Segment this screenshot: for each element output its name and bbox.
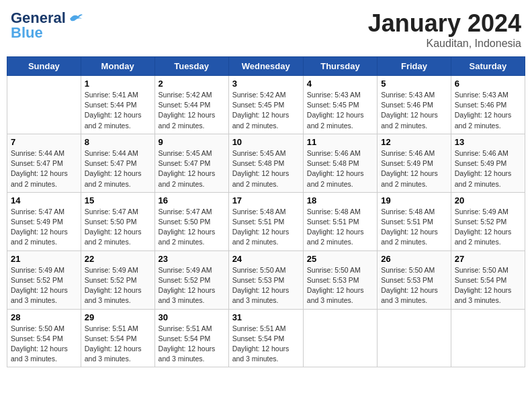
table-row: 1 Sunrise: 5:41 AM Sunset: 5:44 PM Dayli… bbox=[81, 76, 154, 134]
day-number: 6 bbox=[455, 79, 521, 89]
daylight-label: Daylight: 12 hours and 2 minutes. bbox=[381, 111, 438, 129]
header-monday: Monday bbox=[81, 57, 154, 76]
sunset-label: Sunset: 5:45 PM bbox=[232, 101, 285, 109]
day-number: 13 bbox=[455, 137, 521, 147]
day-info: Sunrise: 5:51 AM Sunset: 5:54 PM Dayligh… bbox=[232, 324, 300, 365]
day-info: Sunrise: 5:47 AM Sunset: 5:50 PM Dayligh… bbox=[85, 207, 151, 248]
day-info: Sunrise: 5:45 AM Sunset: 5:47 PM Dayligh… bbox=[159, 148, 225, 189]
table-row: 31 Sunrise: 5:51 AM Sunset: 5:54 PM Dayl… bbox=[228, 309, 303, 367]
day-info: Sunrise: 5:49 AM Sunset: 5:52 PM Dayligh… bbox=[11, 265, 77, 306]
daylight-label: Daylight: 12 hours and 3 minutes. bbox=[159, 286, 216, 304]
daylight-label: Daylight: 12 hours and 2 minutes. bbox=[232, 228, 290, 246]
sunset-label: Sunset: 5:44 PM bbox=[159, 101, 211, 109]
daylight-label: Daylight: 12 hours and 2 minutes. bbox=[11, 169, 68, 187]
sunset-label: Sunset: 5:48 PM bbox=[307, 159, 359, 167]
table-row: 14 Sunrise: 5:47 AM Sunset: 5:49 PM Dayl… bbox=[7, 192, 81, 250]
daylight-label: Daylight: 12 hours and 3 minutes. bbox=[232, 345, 290, 363]
day-info: Sunrise: 5:44 AM Sunset: 5:47 PM Dayligh… bbox=[11, 148, 77, 189]
sunrise-label: Sunrise: 5:49 AM bbox=[11, 266, 64, 274]
sunrise-label: Sunrise: 5:47 AM bbox=[11, 208, 64, 216]
table-row: 5 Sunrise: 5:43 AM Sunset: 5:46 PM Dayli… bbox=[378, 76, 451, 134]
daylight-label: Daylight: 12 hours and 3 minutes. bbox=[381, 286, 438, 304]
table-row bbox=[378, 309, 451, 367]
table-row: 27 Sunrise: 5:50 AM Sunset: 5:54 PM Dayl… bbox=[451, 250, 525, 309]
logo-bird-icon bbox=[69, 12, 83, 24]
table-row: 24 Sunrise: 5:50 AM Sunset: 5:53 PM Dayl… bbox=[228, 250, 303, 309]
day-number: 21 bbox=[11, 254, 77, 264]
daylight-label: Daylight: 12 hours and 2 minutes. bbox=[85, 111, 142, 129]
table-row: 28 Sunrise: 5:50 AM Sunset: 5:54 PM Dayl… bbox=[7, 309, 81, 367]
sunset-label: Sunset: 5:51 PM bbox=[232, 218, 285, 226]
sunset-label: Sunset: 5:54 PM bbox=[85, 334, 137, 342]
calendar-week-2: 7 Sunrise: 5:44 AM Sunset: 5:47 PM Dayli… bbox=[7, 134, 525, 192]
page-header: General Blue January 2024 Kauditan, Indo… bbox=[7, 7, 525, 52]
sunset-label: Sunset: 5:49 PM bbox=[455, 159, 507, 167]
table-row bbox=[7, 76, 81, 134]
day-number: 23 bbox=[159, 254, 225, 264]
day-number: 9 bbox=[159, 137, 225, 147]
day-info: Sunrise: 5:48 AM Sunset: 5:51 PM Dayligh… bbox=[381, 207, 447, 248]
calendar-week-1: 1 Sunrise: 5:41 AM Sunset: 5:44 PM Dayli… bbox=[7, 76, 525, 134]
day-info: Sunrise: 5:43 AM Sunset: 5:46 PM Dayligh… bbox=[455, 90, 521, 131]
day-info: Sunrise: 5:48 AM Sunset: 5:51 PM Dayligh… bbox=[232, 207, 300, 248]
day-number: 18 bbox=[307, 195, 373, 205]
day-number: 3 bbox=[232, 79, 300, 89]
sunset-label: Sunset: 5:53 PM bbox=[307, 276, 359, 284]
sunrise-label: Sunrise: 5:48 AM bbox=[232, 208, 286, 216]
table-row: 30 Sunrise: 5:51 AM Sunset: 5:54 PM Dayl… bbox=[154, 309, 228, 367]
sunrise-label: Sunrise: 5:47 AM bbox=[159, 208, 212, 216]
sunrise-label: Sunrise: 5:43 AM bbox=[455, 91, 508, 99]
month-title: January 2024 bbox=[368, 9, 521, 38]
table-row: 6 Sunrise: 5:43 AM Sunset: 5:46 PM Dayli… bbox=[451, 76, 525, 134]
daylight-label: Daylight: 12 hours and 3 minutes. bbox=[85, 286, 142, 304]
table-row: 17 Sunrise: 5:48 AM Sunset: 5:51 PM Dayl… bbox=[228, 192, 303, 250]
day-info: Sunrise: 5:46 AM Sunset: 5:48 PM Dayligh… bbox=[307, 148, 373, 189]
day-number: 8 bbox=[85, 137, 151, 147]
day-number: 16 bbox=[159, 195, 225, 205]
daylight-label: Daylight: 12 hours and 2 minutes. bbox=[159, 228, 216, 246]
daylight-label: Daylight: 12 hours and 2 minutes. bbox=[232, 111, 290, 129]
sunrise-label: Sunrise: 5:50 AM bbox=[11, 324, 64, 332]
day-number: 29 bbox=[85, 312, 151, 322]
daylight-label: Daylight: 12 hours and 2 minutes. bbox=[307, 228, 364, 246]
day-number: 19 bbox=[381, 195, 447, 205]
day-number: 22 bbox=[85, 254, 151, 264]
daylight-label: Daylight: 12 hours and 3 minutes. bbox=[307, 286, 364, 304]
calendar-table: Sunday Monday Tuesday Wednesday Thursday… bbox=[7, 56, 525, 367]
header-thursday: Thursday bbox=[303, 57, 377, 76]
header-tuesday: Tuesday bbox=[154, 57, 228, 76]
day-number: 1 bbox=[85, 79, 151, 89]
table-row: 7 Sunrise: 5:44 AM Sunset: 5:47 PM Dayli… bbox=[7, 134, 81, 192]
day-number: 31 bbox=[232, 312, 300, 322]
calendar-week-4: 21 Sunrise: 5:49 AM Sunset: 5:52 PM Dayl… bbox=[7, 250, 525, 309]
sunset-label: Sunset: 5:45 PM bbox=[307, 101, 359, 109]
day-info: Sunrise: 5:43 AM Sunset: 5:46 PM Dayligh… bbox=[381, 90, 447, 131]
sunrise-label: Sunrise: 5:50 AM bbox=[307, 266, 361, 274]
day-info: Sunrise: 5:46 AM Sunset: 5:49 PM Dayligh… bbox=[381, 148, 447, 189]
table-row: 18 Sunrise: 5:48 AM Sunset: 5:51 PM Dayl… bbox=[303, 192, 377, 250]
day-number: 15 bbox=[85, 195, 151, 205]
table-row: 8 Sunrise: 5:44 AM Sunset: 5:47 PM Dayli… bbox=[81, 134, 154, 192]
sunset-label: Sunset: 5:52 PM bbox=[455, 218, 507, 226]
day-number: 14 bbox=[11, 195, 77, 205]
sunrise-label: Sunrise: 5:46 AM bbox=[381, 149, 435, 157]
table-row: 10 Sunrise: 5:45 AM Sunset: 5:48 PM Dayl… bbox=[228, 134, 303, 192]
day-number: 5 bbox=[381, 79, 447, 89]
sunrise-label: Sunrise: 5:50 AM bbox=[232, 266, 286, 274]
location-title: Kauditan, Indonesia bbox=[368, 38, 521, 50]
day-number: 30 bbox=[159, 312, 225, 322]
sunset-label: Sunset: 5:53 PM bbox=[232, 276, 285, 284]
logo: General Blue bbox=[11, 9, 83, 42]
daylight-label: Daylight: 12 hours and 3 minutes. bbox=[11, 286, 68, 304]
table-row: 26 Sunrise: 5:50 AM Sunset: 5:53 PM Dayl… bbox=[378, 250, 451, 309]
day-number: 28 bbox=[11, 312, 77, 322]
sunrise-label: Sunrise: 5:51 AM bbox=[232, 324, 286, 332]
sunrise-label: Sunrise: 5:48 AM bbox=[381, 208, 435, 216]
day-info: Sunrise: 5:51 AM Sunset: 5:54 PM Dayligh… bbox=[85, 324, 151, 365]
sunset-label: Sunset: 5:53 PM bbox=[381, 276, 433, 284]
day-info: Sunrise: 5:46 AM Sunset: 5:49 PM Dayligh… bbox=[455, 148, 521, 189]
sunrise-label: Sunrise: 5:46 AM bbox=[455, 149, 508, 157]
sunset-label: Sunset: 5:44 PM bbox=[85, 101, 137, 109]
day-info: Sunrise: 5:43 AM Sunset: 5:45 PM Dayligh… bbox=[307, 90, 373, 131]
sunset-label: Sunset: 5:49 PM bbox=[381, 159, 433, 167]
